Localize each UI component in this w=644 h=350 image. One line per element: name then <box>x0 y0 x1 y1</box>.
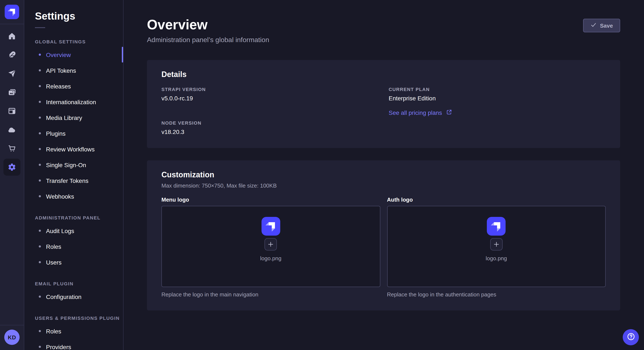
subnav-item-overview[interactable]: Overview <box>24 47 123 62</box>
check-icon <box>590 22 596 29</box>
avatar[interactable]: KD <box>4 330 20 345</box>
paper-plane-icon <box>8 69 16 78</box>
settings-subnav: Settings GLOBAL SETTINGSOverviewAPI Toke… <box>24 0 124 350</box>
menu-logo-dropzone[interactable]: logo.png <box>162 206 380 287</box>
subnav-item-plugins[interactable]: Plugins <box>24 126 123 141</box>
subnav-item-internationalization[interactable]: Internationalization <box>24 94 123 110</box>
bullet-icon <box>39 346 41 348</box>
rail-item-deploy[interactable] <box>4 121 20 138</box>
layout-icon <box>8 107 16 115</box>
subnav-item-label: API Tokens <box>46 67 76 74</box>
subnav-item-label: Transfer Tokens <box>46 177 88 184</box>
media-library-icon <box>8 88 16 97</box>
subnav-item-label: Plugins <box>46 130 66 137</box>
subnav-item-label: Internationalization <box>46 98 96 105</box>
subnav-item-webhooks[interactable]: Webhooks <box>24 188 123 204</box>
rail-item-marketplace[interactable] <box>4 140 20 157</box>
rail-bottom: KD <box>0 325 24 350</box>
details-column-right: CURRENT PLAN Enterprise Edition See all … <box>389 87 606 135</box>
help-button[interactable] <box>623 329 639 345</box>
upload-label: Menu logo <box>162 196 380 203</box>
rail-item-content-manager[interactable] <box>4 46 20 63</box>
subnav-item-label: Audit Logs <box>46 227 74 234</box>
bullet-icon <box>39 330 41 332</box>
subnav-sections: GLOBAL SETTINGSOverviewAPI TokensRelease… <box>24 39 123 350</box>
cloud-icon <box>8 126 16 134</box>
node-version-field: NODE VERSION v18.20.3 <box>162 120 378 135</box>
workspace-logo-button[interactable] <box>0 0 24 24</box>
upload-grid: Menu logo logo.png Replace the logo in t… <box>162 196 606 298</box>
bullet-icon <box>39 132 41 134</box>
details-column-left: STRAPI VERSION v5.0.0-rc.19 NODE VERSION… <box>162 87 378 135</box>
external-link-icon <box>446 109 452 117</box>
subnav-item-configuration[interactable]: Configuration <box>24 289 123 305</box>
add-logo-button[interactable] <box>490 238 502 250</box>
details-card: Details STRAPI VERSION v5.0.0-rc.19 NODE… <box>147 60 620 148</box>
subnav-item-roles[interactable]: Roles <box>24 239 123 254</box>
upload-filename: logo.png <box>260 255 282 262</box>
subnav-item-api-tokens[interactable]: API Tokens <box>24 62 123 78</box>
subnav-item-label: Releases <box>46 83 71 90</box>
subnav-item-single-sign-on[interactable]: Single Sign-On <box>24 157 123 173</box>
subnav-item-label: Single Sign-On <box>46 161 86 168</box>
cart-icon <box>8 144 16 153</box>
menu-logo-upload: Menu logo logo.png Replace the logo in t… <box>162 196 380 298</box>
bullet-icon <box>39 85 41 87</box>
rail-item-media-library[interactable] <box>4 84 20 101</box>
plus-icon <box>493 241 500 248</box>
subnav-item-label: Roles <box>46 243 61 250</box>
current-plan-field: CURRENT PLAN Enterprise Edition <box>389 87 606 102</box>
page-title: Overview <box>147 17 620 33</box>
bullet-icon <box>39 245 41 247</box>
subnav-item-label: Review Workflows <box>46 146 94 153</box>
feather-icon <box>8 51 16 59</box>
subnav-item-media-library[interactable]: Media Library <box>24 110 123 126</box>
bullet-icon <box>39 54 41 56</box>
subnav-item-audit-logs[interactable]: Audit Logs <box>24 223 123 239</box>
rail-item-plugins[interactable] <box>4 103 20 120</box>
subnav-item-releases[interactable]: Releases <box>24 78 123 94</box>
field-value: v18.20.3 <box>162 128 378 135</box>
main-content: Overview Administration panel’s global i… <box>124 0 644 350</box>
pricing-plans-link[interactable]: See all pricing plans <box>389 109 452 117</box>
bullet-icon <box>39 148 41 150</box>
settings-gear-icon <box>8 163 16 172</box>
upload-filename: logo.png <box>486 255 507 262</box>
strapi-logo <box>5 5 19 19</box>
page-subtitle: Administration panel’s global informatio… <box>147 36 620 44</box>
rail-item-settings[interactable] <box>4 159 20 176</box>
field-label: STRAPI VERSION <box>162 87 378 92</box>
plus-icon <box>267 241 274 248</box>
customization-card-title: Customization <box>162 171 606 179</box>
auth-logo-dropzone[interactable]: logo.png <box>387 206 606 287</box>
rail-item-content-type-builder[interactable] <box>4 65 20 82</box>
strapi-version-field: STRAPI VERSION v5.0.0-rc.19 <box>162 87 378 102</box>
subnav-item-roles[interactable]: Roles <box>24 323 123 339</box>
subnav-item-transfer-tokens[interactable]: Transfer Tokens <box>24 173 123 188</box>
rail-item-home[interactable] <box>4 28 20 45</box>
app-window: KD Settings GLOBAL SETTINGSOverviewAPI T… <box>0 0 644 350</box>
customization-card: Customization Max dimension: 750×750, Ma… <box>147 160 620 311</box>
subnav-section-administration-panel: ADMINISTRATION PANELAudit LogsRolesUsers <box>24 215 123 270</box>
bullet-icon <box>39 164 41 166</box>
home-icon <box>8 32 16 40</box>
page-header: Overview Administration panel’s global i… <box>124 0 644 44</box>
subnav-item-providers[interactable]: Providers <box>24 339 123 350</box>
bullet-icon <box>39 195 41 197</box>
field-value: Enterprise Edition <box>389 95 606 102</box>
subnav-item-users[interactable]: Users <box>24 254 123 270</box>
subnav-item-label: Media Library <box>46 114 82 121</box>
add-logo-button[interactable] <box>265 238 277 250</box>
subnav-item-label: Users <box>46 259 62 266</box>
subnav-title-divider <box>35 27 45 28</box>
upload-label: Auth logo <box>387 196 606 203</box>
subnav-item-review-workflows[interactable]: Review Workflows <box>24 141 123 157</box>
upload-hint: Replace the logo in the main navigation <box>162 291 380 298</box>
strapi-logo <box>262 217 280 236</box>
subnav-section-global-settings: GLOBAL SETTINGSOverviewAPI TokensRelease… <box>24 39 123 204</box>
cards-container: Details STRAPI VERSION v5.0.0-rc.19 NODE… <box>124 44 644 311</box>
rail-items <box>4 24 20 176</box>
bullet-icon <box>39 230 41 232</box>
save-button[interactable]: Save <box>583 19 620 32</box>
main-nav-rail: KD <box>0 0 24 350</box>
